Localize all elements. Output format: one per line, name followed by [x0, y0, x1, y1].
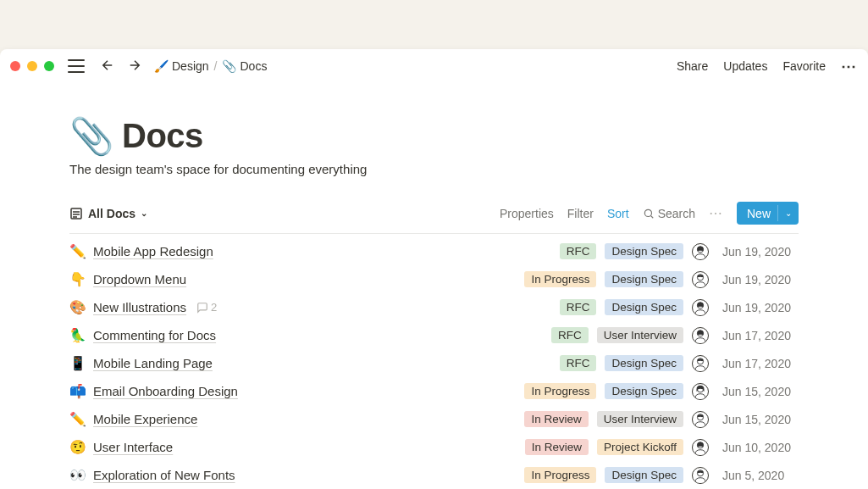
- page-title[interactable]: Docs: [122, 117, 203, 155]
- breadcrumb-parent-label: Design: [172, 59, 209, 73]
- doc-row-left: 🎨New Illustrations2: [69, 299, 560, 315]
- close-window-button[interactable]: [10, 61, 20, 71]
- doc-row[interactable]: 📫Email Onboarding DesignIn ProgressDesig…: [69, 377, 799, 405]
- breadcrumb-current[interactable]: 📎 Docs: [222, 59, 267, 73]
- minimize-window-button[interactable]: [27, 61, 37, 71]
- comment-count: 2: [211, 301, 217, 314]
- page-subtitle[interactable]: The design team's space for documenting …: [69, 162, 799, 176]
- topbar-right: Share Updates Favorite ⋯: [677, 57, 858, 75]
- doc-title[interactable]: Exploration of New Fonts: [93, 468, 235, 482]
- doc-title[interactable]: Mobile Experience: [93, 412, 197, 426]
- avatar: [692, 439, 709, 456]
- doc-row[interactable]: ✏️Mobile ExperienceIn ReviewUser Intervi…: [69, 405, 799, 433]
- doc-icon: 📱: [69, 355, 86, 371]
- status-tag: In Progress: [524, 467, 596, 483]
- topbar-left: 🖌️ Design / 📎 Docs: [10, 56, 267, 77]
- doc-row-left: 👇Dropdown Menu: [69, 271, 524, 287]
- doc-row[interactable]: 🤨User InterfaceIn ReviewProject KickoffJ…: [69, 433, 799, 461]
- doc-row-left: 🦜Commenting for Docs: [69, 327, 551, 343]
- search-button[interactable]: Search: [643, 207, 695, 220]
- doc-row[interactable]: 🦜Commenting for DocsRFCUser InterviewJun…: [69, 321, 799, 349]
- nav-back-button[interactable]: [97, 56, 119, 77]
- new-button-chevron-icon[interactable]: ⌄: [777, 205, 799, 221]
- breadcrumb: 🖌️ Design / 📎 Docs: [154, 59, 267, 73]
- doc-list: ✏️Mobile App RedesignRFCDesign SpecJun 1…: [69, 237, 799, 489]
- doc-row[interactable]: 👇Dropdown MenuIn ProgressDesign SpecJun …: [69, 265, 799, 293]
- view-controls: Properties Filter Sort Search ⋯ New ⌄: [500, 202, 799, 225]
- doc-title[interactable]: Dropdown Menu: [93, 272, 186, 286]
- doc-row[interactable]: 🎨New Illustrations2RFCDesign SpecJun 19,…: [69, 293, 799, 321]
- doc-date: Jun 19, 2020: [722, 301, 799, 314]
- type-tag: User Interview: [597, 411, 683, 427]
- more-options-icon[interactable]: ⋯: [841, 57, 858, 75]
- page-icon[interactable]: 📎: [69, 119, 113, 154]
- svg-point-4: [644, 209, 651, 216]
- doc-row[interactable]: 📱Mobile Landing PageRFCDesign SpecJun 17…: [69, 349, 799, 377]
- avatar: [692, 355, 709, 372]
- avatar: [692, 327, 709, 344]
- doc-icon: ✏️: [69, 411, 86, 427]
- search-icon: [643, 208, 655, 219]
- doc-row[interactable]: ✏️Mobile App RedesignRFCDesign SpecJun 1…: [69, 237, 799, 265]
- doc-date: Jun 15, 2020: [722, 385, 799, 398]
- doc-row-right: In ProgressDesign SpecJun 19, 2020: [524, 271, 799, 288]
- breadcrumb-parent[interactable]: 🖌️ Design: [154, 59, 209, 73]
- avatar: [692, 299, 709, 316]
- search-label: Search: [658, 207, 695, 220]
- topbar: 🖌️ Design / 📎 Docs Share Updates Favorit…: [0, 49, 868, 83]
- avatar: [692, 271, 709, 288]
- doc-title[interactable]: Email Onboarding Design: [93, 384, 238, 398]
- status-tag: RFC: [560, 243, 597, 259]
- doc-icon: 📫: [69, 383, 86, 399]
- view-toolbar: All Docs ⌄ Properties Filter Sort Search…: [69, 202, 799, 234]
- status-tag: In Progress: [524, 383, 596, 399]
- page-header: 📎 Docs: [69, 117, 799, 155]
- view-name: All Docs: [88, 207, 135, 220]
- favorite-button[interactable]: Favorite: [782, 59, 826, 73]
- doc-title[interactable]: Mobile App Redesign: [93, 244, 213, 258]
- status-tag: RFC: [551, 327, 589, 343]
- doc-row-right: In ProgressDesign SpecJun 15, 2020: [524, 383, 799, 400]
- toolbar-more-icon[interactable]: ⋯: [709, 205, 723, 221]
- sort-button[interactable]: Sort: [607, 207, 629, 220]
- comment-indicator[interactable]: 2: [196, 301, 217, 314]
- doc-icon: ✏️: [69, 243, 86, 259]
- page-content: 📎 Docs The design team's space for docum…: [0, 83, 868, 489]
- maximize-window-button[interactable]: [44, 61, 54, 71]
- paperclip-icon: 📎: [222, 59, 236, 73]
- doc-icon: 🤨: [69, 439, 86, 455]
- doc-title[interactable]: Commenting for Docs: [93, 328, 216, 342]
- paintbrush-icon: 🖌️: [154, 59, 169, 73]
- doc-icon: 👀: [69, 467, 86, 483]
- doc-title[interactable]: New Illustrations: [93, 300, 186, 314]
- type-tag: Design Spec: [605, 299, 683, 315]
- updates-button[interactable]: Updates: [723, 59, 767, 73]
- doc-row-left: 📫Email Onboarding Design: [69, 383, 524, 399]
- doc-row-left: 👀Exploration of New Fonts: [69, 467, 524, 483]
- doc-title[interactable]: User Interface: [93, 440, 173, 454]
- doc-row-left: 🤨User Interface: [69, 439, 525, 455]
- doc-row[interactable]: 👀Exploration of New FontsIn ProgressDesi…: [69, 461, 799, 489]
- list-view-icon: [69, 207, 83, 220]
- new-button[interactable]: New ⌄: [737, 202, 799, 225]
- doc-row-right: RFCDesign SpecJun 17, 2020: [560, 355, 799, 372]
- doc-date: Jun 17, 2020: [722, 329, 799, 342]
- doc-title[interactable]: Mobile Landing Page: [93, 356, 213, 370]
- hamburger-menu-icon[interactable]: [68, 59, 85, 73]
- doc-date: Jun 5, 2020: [722, 469, 799, 482]
- share-button[interactable]: Share: [677, 59, 708, 73]
- type-tag: Design Spec: [605, 355, 683, 371]
- nav-forward-button[interactable]: [124, 56, 146, 77]
- chevron-down-icon: ⌄: [141, 208, 147, 218]
- doc-row-right: RFCUser InterviewJun 17, 2020: [551, 327, 799, 344]
- filter-button[interactable]: Filter: [567, 207, 594, 220]
- doc-row-right: RFCDesign SpecJun 19, 2020: [560, 299, 799, 316]
- type-tag: Project Kickoff: [597, 439, 683, 455]
- avatar: [692, 243, 709, 260]
- properties-button[interactable]: Properties: [500, 207, 554, 220]
- doc-row-right: In ReviewUser InterviewJun 15, 2020: [524, 411, 799, 428]
- avatar: [692, 383, 709, 400]
- svg-line-5: [650, 215, 653, 218]
- type-tag: User Interview: [597, 327, 683, 343]
- view-selector[interactable]: All Docs ⌄: [69, 207, 147, 220]
